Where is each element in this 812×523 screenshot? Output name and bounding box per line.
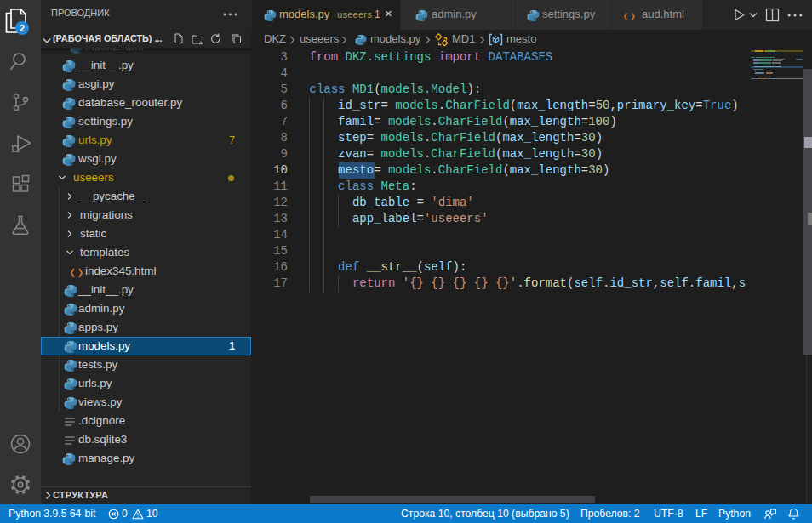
svg-text:2: 2: [20, 23, 25, 33]
